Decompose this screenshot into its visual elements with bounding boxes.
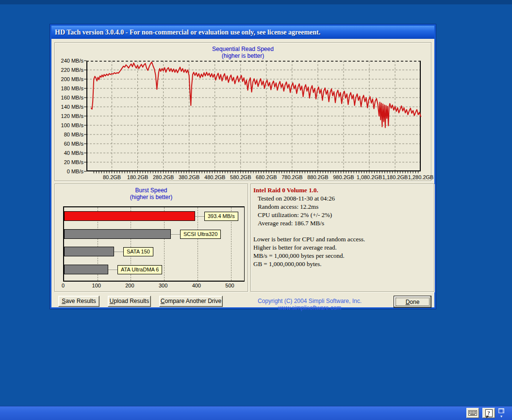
- sequential-read-plot-svg: [86, 61, 421, 174]
- burst-bar: [64, 247, 114, 256]
- taskbar-tray: ? ▾: [466, 408, 504, 419]
- sequential-chart-title-line1: Sequential Read Speed: [55, 46, 431, 52]
- help-icon-glyph: ?: [485, 409, 493, 417]
- window-client-area: Sequential Read Speed (higher is better)…: [51, 39, 434, 307]
- burst-x-tick-label: 200: [125, 283, 134, 288]
- restore-icon[interactable]: ▾: [498, 408, 504, 419]
- compare-another-drive-button[interactable]: Compare Another Drive: [159, 296, 223, 307]
- sequential-y-tick-label: 60 MB/s: [56, 141, 83, 147]
- burst-bar: [64, 229, 171, 239]
- burst-bar-connector: [195, 216, 204, 217]
- sequential-read-line: [91, 62, 421, 128]
- burst-bar-label: SATA 150: [123, 247, 153, 256]
- burst-chart-title-line1: Burst Speed: [55, 187, 248, 194]
- sequential-read-chart: [86, 61, 421, 171]
- drive-name: Intel Raid 0 Volume 1.0.: [253, 186, 432, 194]
- burst-chart-title: Burst Speed (higher is better): [55, 187, 248, 201]
- sequential-x-tick-label: 1,180.2GB: [382, 174, 408, 180]
- sequential-x-tick-label: 480.2GB: [204, 174, 225, 180]
- sequential-y-tick-label: 80 MB/s: [56, 132, 83, 137]
- sequential-x-tick-label: 1,280.2GB: [408, 174, 434, 180]
- sequential-y-tick-label: 180 MB/s: [56, 85, 83, 91]
- sequential-y-tick-label: 220 MB/s: [56, 67, 83, 73]
- burst-x-tick-label: 0: [62, 283, 65, 288]
- sequential-chart-title-line2: (higher is better): [55, 52, 431, 59]
- burst-chart-title-line2: (higher is better): [55, 194, 248, 201]
- sequential-y-tick-label: 120 MB/s: [56, 113, 83, 119]
- burst-bar-connector: [171, 234, 180, 235]
- keyboard-icon-glyph: [468, 410, 477, 416]
- sequential-x-tick-label: 980.2GB: [333, 174, 354, 180]
- sequential-x-tick-label: 280.2GB: [153, 174, 174, 180]
- keyboard-icon[interactable]: [466, 408, 479, 418]
- burst-x-tick-label: 400: [192, 283, 201, 288]
- sequential-chart-title: Sequential Read Speed (higher is better): [55, 46, 431, 59]
- burst-x-tick-label: 100: [92, 283, 101, 288]
- save-results-button[interactable]: Save Results: [58, 296, 99, 307]
- burst-bar-connector: [108, 269, 117, 270]
- sequential-y-tick-label: 0 MB/s: [56, 168, 83, 174]
- drive-note-line: GB = 1,000,000,000 bytes.: [253, 260, 432, 268]
- upload-results-button[interactable]: Upload Results: [108, 296, 151, 307]
- burst-speed-panel: Burst Speed (higher is better) 393.4 MB/…: [54, 184, 248, 292]
- sequential-y-tick-label: 200 MB/s: [56, 76, 83, 82]
- sequential-read-panel: Sequential Read Speed (higher is better)…: [54, 42, 431, 181]
- burst-bar-label: 393.4 MB/s: [204, 212, 238, 221]
- burst-x-tick-label: 500: [225, 283, 234, 288]
- help-icon[interactable]: ?: [482, 408, 495, 418]
- burst-bar-connector: [114, 251, 123, 252]
- sequential-x-tick-label: 880.2GB: [307, 174, 328, 180]
- sequential-x-tick-label: 680.2GB: [256, 174, 277, 180]
- copyright-text: Copyright (C) 2004 Simpli Software, Inc.…: [233, 298, 386, 311]
- burst-x-tick-label: 300: [159, 283, 167, 288]
- sequential-x-tick-label: 180.2GB: [127, 174, 148, 180]
- burst-bar-label: ATA UltraDMA 6: [117, 265, 162, 274]
- drive-stat-line: Average read: 186.7 MB/s: [253, 219, 432, 227]
- burst-speed-chart: 393.4 MB/sSCSI Ultra320SATA 150ATA Ultra…: [63, 206, 245, 282]
- burst-bar-label: SCSI Ultra320: [180, 230, 221, 239]
- sequential-x-tick-label: 1,080.2GB: [357, 174, 382, 180]
- drive-note-line: MB/s = 1,000,000 bytes per second.: [253, 252, 432, 260]
- burst-bar: [64, 265, 108, 274]
- sequential-x-tick-label: 380.2GB: [179, 174, 199, 180]
- sequential-x-tick-label: 80.2GB: [103, 174, 121, 180]
- sequential-y-tick-label: 40 MB/s: [56, 150, 83, 156]
- burst-bar: [64, 211, 195, 221]
- drive-stats: Tested on 2008-11-30 at 04:26Random acce…: [253, 194, 432, 227]
- done-button[interactable]: Done: [394, 296, 431, 308]
- sequential-y-tick-label: 20 MB/s: [56, 159, 83, 165]
- drive-note-line: Higher is better for average read.: [253, 243, 432, 252]
- sequential-x-tick-label: 580.2GB: [230, 174, 251, 180]
- done-button-label: Done: [396, 298, 429, 306]
- drive-stat-line: Random access: 12.2ms: [253, 202, 432, 211]
- taskbar: ? ▾: [0, 406, 512, 420]
- window-titlebar[interactable]: HD Tach version 3.0.4.0 - For non-commer…: [51, 26, 434, 39]
- sequential-y-tick-label: 160 MB/s: [56, 95, 83, 101]
- chevron-down-icon[interactable]: ▾: [500, 415, 502, 419]
- hdtach-window: HD Tach version 3.0.4.0 - For non-commer…: [50, 24, 436, 309]
- sequential-y-tick-label: 240 MB/s: [56, 58, 83, 64]
- sequential-y-tick-label: 140 MB/s: [56, 104, 83, 110]
- burst-gridline: [198, 207, 198, 281]
- drive-stat-line: Tested on 2008-11-30 at 04:26: [253, 194, 432, 202]
- sequential-y-tick-label: 100 MB/s: [56, 122, 83, 128]
- drive-info-panel: Intel Raid 0 Volume 1.0. Tested on 2008-…: [250, 184, 434, 292]
- drive-note-line: Lower is better for CPU and random acces…: [253, 235, 432, 243]
- desktop-top-band: [0, 0, 512, 4]
- window-title: HD Tach version 3.0.4.0 - For non-commer…: [55, 29, 320, 36]
- drive-stat-line: CPU utilization: 2% (+/- 2%): [253, 211, 432, 219]
- drive-notes: Lower is better for CPU and random acces…: [253, 235, 432, 268]
- sequential-x-tick-label: 780.2GB: [281, 174, 302, 180]
